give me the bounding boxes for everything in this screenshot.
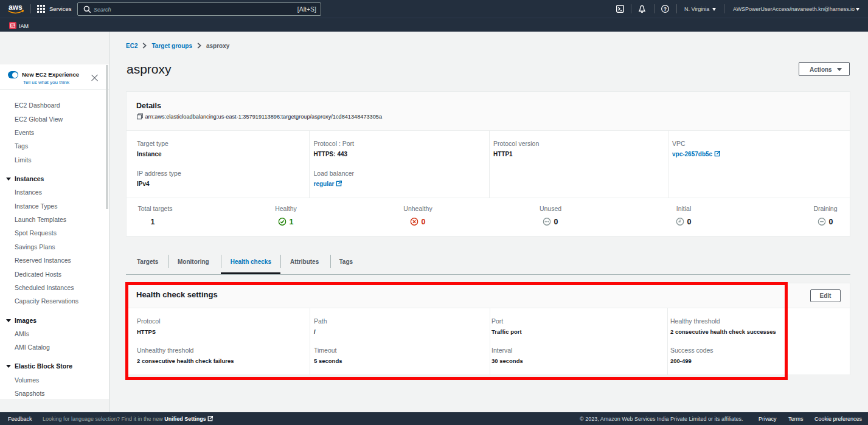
svg-text:?: ? [664, 7, 667, 12]
svg-text:aws: aws [9, 3, 23, 12]
